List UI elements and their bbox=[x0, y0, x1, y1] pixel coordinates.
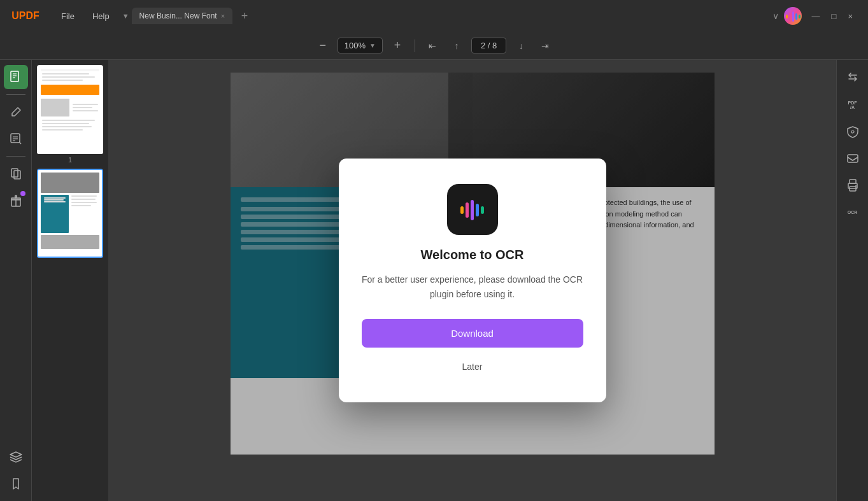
active-tab[interactable]: New Busin... New Font × bbox=[132, 8, 232, 24]
svg-point-23 bbox=[851, 131, 854, 133]
toolbar-separator-1 bbox=[415, 39, 415, 52]
modal-overlay: Welcome to OCR For a better user experie… bbox=[108, 60, 836, 501]
pdf-area[interactable]: 🖥 ...process of data collection and prot… bbox=[108, 60, 836, 501]
close-button[interactable]: × bbox=[843, 10, 858, 22]
app-logo: UPDF bbox=[0, 10, 51, 22]
thumbnail-1[interactable]: 1 bbox=[37, 65, 103, 164]
sidebar-right-protect[interactable] bbox=[841, 120, 865, 144]
svg-rect-19 bbox=[466, 202, 469, 218]
svg-rect-22 bbox=[481, 206, 484, 214]
sidebar-item-layers[interactable] bbox=[4, 445, 28, 469]
svg-rect-25 bbox=[850, 180, 856, 183]
zoom-dropdown-icon[interactable]: ▼ bbox=[369, 42, 376, 49]
sidebar-item-annotate[interactable] bbox=[4, 127, 28, 151]
sidebar-item-pages[interactable] bbox=[4, 162, 28, 186]
svg-rect-14 bbox=[14, 171, 20, 179]
titlebar-actions: ∨ — □ × bbox=[772, 7, 860, 25]
window-controls: — □ × bbox=[807, 10, 858, 22]
svg-rect-0 bbox=[786, 15, 788, 18]
user-avatar[interactable] bbox=[784, 7, 802, 25]
titlebar-menu: File Help bbox=[53, 9, 117, 24]
tab-label: New Busin... New Font bbox=[139, 11, 217, 20]
sidebar-right-convert[interactable] bbox=[841, 65, 865, 89]
ocr-modal: Welcome to OCR For a better user experie… bbox=[339, 159, 606, 402]
svg-rect-5 bbox=[11, 71, 18, 81]
main-area: 1 bbox=[0, 60, 868, 501]
tab-close-button[interactable]: × bbox=[221, 12, 225, 20]
modal-app-icon bbox=[447, 184, 498, 235]
thumbnail-1-number: 1 bbox=[37, 156, 103, 164]
page-display: 2 / 8 bbox=[471, 38, 506, 53]
zoom-display: 100% ▼ bbox=[338, 38, 383, 53]
svg-rect-1 bbox=[789, 13, 791, 20]
current-page: 2 bbox=[481, 41, 485, 50]
svg-rect-3 bbox=[795, 13, 797, 20]
page-prev-button[interactable]: ↑ bbox=[447, 36, 466, 55]
zoom-level: 100% bbox=[345, 41, 366, 50]
minimize-button[interactable]: — bbox=[807, 10, 825, 22]
sidebar-right-sign[interactable] bbox=[841, 146, 865, 171]
page-next-button[interactable]: ↓ bbox=[511, 36, 530, 55]
svg-rect-9 bbox=[11, 134, 20, 143]
sidebar-right-pdfa[interactable]: PDF /A bbox=[841, 93, 865, 117]
thumbnail-panel: 1 bbox=[32, 60, 108, 501]
zoom-out-button[interactable]: − bbox=[313, 36, 332, 55]
svg-rect-20 bbox=[471, 200, 474, 220]
restore-button[interactable]: □ bbox=[827, 10, 842, 22]
zoom-in-button[interactable]: + bbox=[388, 36, 407, 55]
sidebar-right: PDF /A OCR bbox=[836, 60, 868, 501]
later-button[interactable]: Later bbox=[362, 354, 583, 379]
sidebar-item-gift[interactable] bbox=[4, 188, 28, 213]
chevron-down-icon[interactable]: ∨ bbox=[772, 11, 779, 21]
page-first-button[interactable]: ⇤ bbox=[423, 36, 442, 55]
svg-rect-21 bbox=[476, 204, 479, 216]
sidebar-item-reader[interactable] bbox=[4, 65, 28, 89]
download-button[interactable]: Download bbox=[362, 319, 583, 348]
gift-badge bbox=[20, 191, 25, 196]
tab-dropdown-icon[interactable]: ▼ bbox=[122, 12, 129, 20]
sidebar-item-edit[interactable] bbox=[4, 100, 28, 124]
svg-point-28 bbox=[855, 185, 857, 187]
modal-title: Welcome to OCR bbox=[421, 248, 524, 262]
file-menu[interactable]: File bbox=[53, 9, 82, 24]
titlebar: UPDF File Help ▼ New Busin... New Font ×… bbox=[0, 0, 868, 32]
svg-rect-13 bbox=[11, 169, 18, 177]
page-last-button[interactable]: ⇥ bbox=[536, 36, 555, 55]
sidebar-item-bookmark[interactable] bbox=[4, 472, 28, 496]
thumbnail-2[interactable] bbox=[37, 169, 103, 260]
sidebar-separator-2 bbox=[6, 156, 25, 157]
modal-description: For a better user experience, please dow… bbox=[362, 272, 583, 301]
sidebar-right-ocr[interactable]: OCR bbox=[841, 200, 865, 224]
new-tab-button[interactable]: + bbox=[236, 8, 253, 24]
svg-rect-18 bbox=[460, 206, 464, 214]
total-pages: 8 bbox=[492, 41, 497, 50]
tab-area: ▼ New Busin... New Font × + bbox=[122, 8, 772, 24]
sidebar-right-print[interactable] bbox=[841, 173, 865, 197]
toolbar: − 100% ▼ + ⇤ ↑ 2 / 8 ↓ ⇥ bbox=[0, 32, 868, 60]
sidebar-left bbox=[0, 60, 32, 501]
sidebar-separator-1 bbox=[6, 94, 25, 95]
svg-rect-4 bbox=[799, 15, 800, 18]
svg-rect-2 bbox=[792, 11, 794, 22]
help-menu[interactable]: Help bbox=[85, 9, 117, 24]
